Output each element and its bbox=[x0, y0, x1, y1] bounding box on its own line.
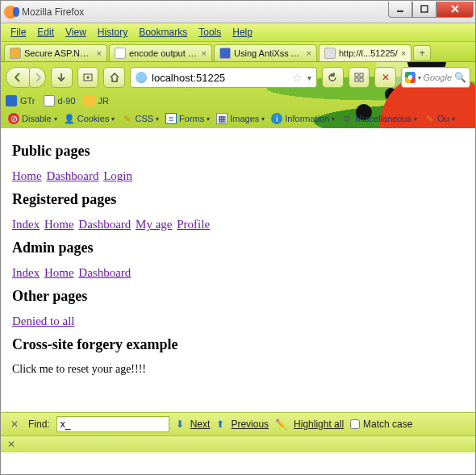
chevron-down-icon: ▾ bbox=[111, 115, 115, 123]
page-link[interactable]: Home bbox=[44, 218, 74, 231]
window-title: Mozilla Firefox bbox=[22, 6, 388, 18]
devtool-label: Forms bbox=[179, 114, 204, 123]
devtool-ou[interactable]: ✎Ou▾ bbox=[421, 111, 457, 126]
bookmark-label: JR bbox=[98, 96, 109, 106]
bookmark-item[interactable]: JR bbox=[84, 95, 109, 106]
bookmark-item[interactable]: GTr bbox=[6, 95, 35, 106]
search-submit-icon[interactable]: 🔍 bbox=[454, 72, 466, 83]
window-minimize-button[interactable] bbox=[388, 2, 412, 18]
google-icon[interactable] bbox=[405, 72, 415, 83]
window-maximize-button[interactable] bbox=[412, 2, 436, 18]
home-button[interactable] bbox=[103, 67, 125, 88]
menu-bookmarks[interactable]: Bookmarks bbox=[134, 25, 192, 40]
tab-label: http://l...51225/ bbox=[339, 48, 398, 58]
page-link[interactable]: Dashboard bbox=[46, 169, 98, 182]
menu-edit[interactable]: Edit bbox=[32, 25, 59, 40]
section-links: Index Home Dashboard bbox=[12, 266, 464, 280]
devtool-label: CSS bbox=[135, 114, 153, 123]
url-dropdown-icon[interactable]: ▾ bbox=[307, 73, 311, 82]
downloads-button[interactable] bbox=[51, 67, 73, 88]
url-input[interactable] bbox=[152, 72, 287, 84]
svg-rect-10 bbox=[360, 78, 363, 81]
browser-tab[interactable]: encode output us... × bbox=[109, 44, 212, 61]
chevron-down-icon: ▾ bbox=[54, 115, 57, 123]
tab-label: Secure ASP.NET ... bbox=[24, 48, 94, 58]
menu-view[interactable]: View bbox=[61, 25, 91, 40]
search-bar[interactable]: ▾ Google 🔍 bbox=[401, 67, 470, 88]
page-link[interactable]: Login bbox=[103, 169, 132, 182]
devtool-information[interactable]: iInformation▾ bbox=[269, 111, 337, 126]
section-heading: Registered pages bbox=[12, 191, 464, 208]
tabgroups-button[interactable] bbox=[349, 67, 370, 88]
tab-favicon bbox=[219, 48, 231, 59]
new-tab-button[interactable]: + bbox=[413, 45, 431, 61]
firefox-icon bbox=[4, 6, 17, 19]
site-identity-icon[interactable] bbox=[136, 72, 147, 83]
devtool-miscellaneous[interactable]: ⚙Miscellaneous▾ bbox=[339, 111, 420, 126]
devtool-disable[interactable]: ⊘Disable▾ bbox=[6, 111, 60, 126]
window-titlebar: Mozilla Firefox bbox=[1, 1, 475, 23]
menu-history[interactable]: History bbox=[93, 25, 132, 40]
findbar-next-button[interactable]: Next bbox=[190, 419, 211, 430]
tab-favicon bbox=[10, 48, 21, 59]
devtool-label: Miscellaneous bbox=[355, 114, 411, 123]
browser-tab[interactable]: http://l...51225/ × bbox=[319, 44, 411, 61]
newtab-toolbar-button[interactable] bbox=[77, 67, 99, 88]
tab-close-icon[interactable]: × bbox=[307, 48, 311, 58]
back-button[interactable] bbox=[6, 67, 30, 88]
section-links: Denied to all bbox=[12, 315, 464, 328]
bookmark-star-icon[interactable]: ☆ bbox=[292, 71, 303, 84]
url-bar[interactable]: ☆ ▾ bbox=[130, 67, 317, 88]
matchcase-checkbox[interactable] bbox=[350, 419, 360, 429]
svg-rect-1 bbox=[421, 6, 428, 12]
devtool-label: Disable bbox=[22, 114, 52, 123]
findbar-input[interactable] bbox=[56, 416, 169, 432]
tab-close-icon[interactable]: × bbox=[97, 48, 102, 58]
findbar-previous-button[interactable]: Previous bbox=[231, 419, 269, 430]
devtool-forms[interactable]: ≡Forms▾ bbox=[163, 111, 212, 126]
bookmark-item[interactable]: d-90 bbox=[44, 95, 76, 106]
page-link[interactable]: Home bbox=[44, 266, 74, 279]
devtool-label: Ou bbox=[437, 114, 449, 123]
page-link[interactable]: Dashboard bbox=[78, 218, 131, 231]
devtool-cookies[interactable]: 👤Cookies▾ bbox=[61, 111, 118, 126]
browser-tab[interactable]: Secure ASP.NET ... × bbox=[4, 44, 107, 61]
forward-button[interactable] bbox=[30, 67, 46, 88]
page-content: Public pagesHome Dashboard Login Registe… bbox=[1, 128, 475, 412]
menu-help[interactable]: Help bbox=[228, 25, 257, 40]
menu-tools[interactable]: Tools bbox=[194, 25, 226, 40]
tab-close-icon[interactable]: × bbox=[401, 48, 406, 58]
csrf-heading: Cross-site forgery example bbox=[12, 336, 464, 353]
page-link[interactable]: Denied to all bbox=[12, 315, 74, 327]
tab-close-icon[interactable]: × bbox=[202, 48, 207, 58]
browser-tab[interactable]: Using AntiXss As ... × bbox=[214, 44, 317, 61]
bookmark-label: d-90 bbox=[58, 96, 76, 106]
bookmarks-toolbar: GTrd-90JR bbox=[1, 93, 475, 109]
page-link[interactable]: My age bbox=[136, 218, 172, 231]
browser-chrome: ☆ ▾ ✕ ▾ Google 🔍 GTrd-90JR ⊘Disable▾👤Coo… bbox=[1, 62, 475, 128]
section-heading: Public pages bbox=[12, 143, 464, 160]
find-bar: ✕ Find: ⬇ Next ⬆ Previous ✏️ Highlight a… bbox=[1, 412, 475, 435]
devtool-images[interactable]: ▦Images▾ bbox=[214, 111, 267, 126]
stop-button[interactable]: ✕ bbox=[374, 67, 396, 88]
svg-rect-8 bbox=[360, 73, 363, 77]
findbar-close-button[interactable]: ✕ bbox=[7, 419, 22, 430]
page-link[interactable]: Home bbox=[12, 169, 42, 182]
findbar-matchcase-toggle[interactable]: Match case bbox=[350, 419, 412, 430]
menu-file[interactable]: File bbox=[6, 25, 31, 40]
page-link[interactable]: Index bbox=[12, 218, 40, 231]
window-close-button[interactable] bbox=[436, 2, 474, 18]
page-link[interactable]: Dashboard bbox=[78, 266, 131, 279]
page-link[interactable]: Profile bbox=[177, 218, 210, 231]
tab-label: Using AntiXss As ... bbox=[234, 48, 303, 58]
addon-bar: ✕ bbox=[1, 435, 475, 452]
addonbar-close-button[interactable]: ✕ bbox=[7, 439, 15, 450]
devtool-css[interactable]: ✎CSS▾ bbox=[119, 111, 161, 126]
arrow-up-icon: ⬆ bbox=[216, 419, 224, 430]
devtool-label: Information bbox=[285, 114, 329, 123]
page-link[interactable]: Index bbox=[12, 266, 40, 279]
reload-button[interactable] bbox=[322, 67, 344, 88]
findbar-highlight-button[interactable]: Highlight all bbox=[294, 419, 344, 430]
section-heading: Other pages bbox=[12, 288, 464, 305]
tab-label: encode output us... bbox=[129, 48, 198, 58]
